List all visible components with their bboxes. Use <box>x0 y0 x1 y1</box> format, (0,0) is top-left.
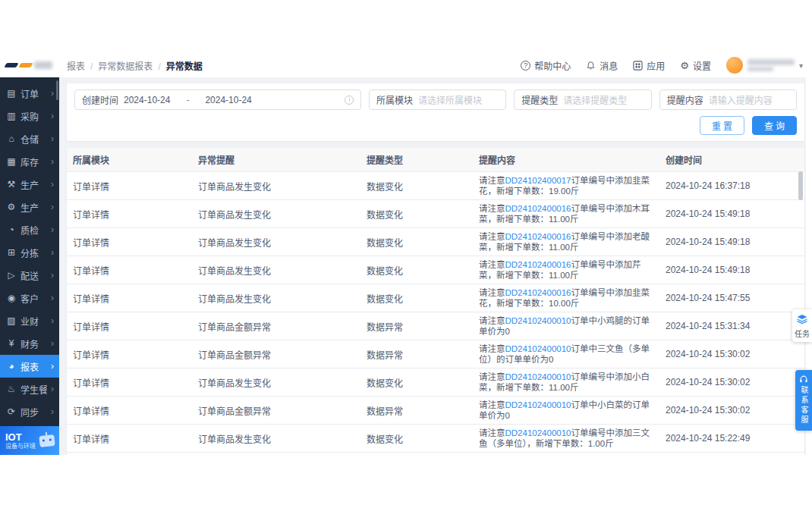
date-range-input[interactable]: 创建时间 2024-10-24 - 2024-10-24 <box>74 89 361 110</box>
cell-created-time: 2024-10-24 15:30:02 <box>659 340 804 368</box>
sidebar-item-icon: ▥ <box>6 111 17 121</box>
app-logo[interactable] <box>0 53 59 77</box>
cell-created-time: 2024-10-24 15:30:02 <box>659 368 804 396</box>
sidebar-item-label: 配送 <box>20 269 47 282</box>
chevron-right-icon <box>51 316 54 325</box>
column-header[interactable]: 创建时间 <box>659 148 804 171</box>
task-widget[interactable]: 任务 <box>792 309 812 342</box>
sidebar-item-label: 报表 <box>20 360 47 373</box>
sidebar-item[interactable]: ▨ 业财 <box>0 309 59 332</box>
sidebar-item[interactable]: ⌂ 仓储 <box>0 127 59 150</box>
sidebar-item-label: 业财 <box>20 315 47 328</box>
scrollbar-thumb[interactable] <box>798 171 803 200</box>
clock-icon[interactable] <box>345 96 354 105</box>
table-row[interactable]: 订单详情 订单商品发生变化 数据变化 请注意DD24102400017订单编号中… <box>67 172 804 200</box>
iot-banner[interactable]: IOT 设备与环境 <box>0 426 59 455</box>
customer-service-button[interactable]: 联系客服 <box>795 370 812 431</box>
order-number-link[interactable]: DD24102400016 <box>505 204 571 213</box>
date-end-value: 2024-10-24 <box>205 95 251 105</box>
cell-alert: 订单商品发生变化 <box>192 172 360 199</box>
table-row[interactable]: 订单详情 订单商品发生变化 数据变化 请注意DD24102400016订单编号中… <box>67 284 804 312</box>
order-number-link[interactable]: DD24102400017 <box>505 176 571 185</box>
reset-button[interactable]: 重置 <box>700 116 744 135</box>
sidebar-item[interactable]: ▦ 库存 <box>0 150 59 173</box>
breadcrumb-item[interactable]: 异常数据报表 <box>98 59 165 72</box>
app-body: ▤ 订单 ▥ 采购 ⌂ 仓储 <box>0 77 812 455</box>
order-number-link[interactable]: DD24102400010 <box>505 316 571 325</box>
column-header[interactable]: 所属模块 <box>67 148 192 171</box>
sidebar-item[interactable]: ▤ 订单 <box>0 82 59 105</box>
sidebar-item-label: 分拣 <box>20 246 47 259</box>
sidebar-item[interactable]: ▥ 采购 <box>0 105 59 127</box>
exception-table: 所属模块 异常提醒 提醒类型 提醒内容 创建时间 <box>67 148 804 455</box>
sidebar-item-icon: ⌂ <box>6 133 17 144</box>
user-menu[interactable] <box>726 57 803 74</box>
cell-type: 数据变化 <box>360 228 473 256</box>
chevron-right-icon <box>51 180 54 189</box>
table-row[interactable]: 订单详情 订单商品金额异常 数据异常 请注意DD24102400010订单中小鸡… <box>67 312 804 340</box>
sidebar-item[interactable]: ◔ 质检 <box>0 218 59 241</box>
sidebar-item[interactable]: ¥ 财务 <box>0 332 59 355</box>
breadcrumb-item[interactable]: 报表 <box>67 59 98 72</box>
cell-alert: 订单商品金额异常 <box>192 397 360 424</box>
order-number-link[interactable]: DD24102400016 <box>505 288 571 297</box>
order-number-link[interactable]: DD24102400010 <box>505 400 571 409</box>
query-button[interactable]: 查询 <box>752 116 797 135</box>
filter-panel: 创建时间 2024-10-24 - 2024-10-24 所属模块 请选择所属模… <box>67 83 804 141</box>
sidebar-item[interactable]: ⚒ 生产 <box>0 173 59 196</box>
chevron-right-icon <box>51 202 54 212</box>
sidebar-item[interactable]: ◕ 报表 <box>0 355 59 378</box>
breadcrumb-item[interactable]: 异常数据 <box>166 59 203 72</box>
cell-alert: 订单商品发生变化 <box>192 228 360 256</box>
sidebar-item[interactable]: ⊞ 分拣 <box>0 241 59 264</box>
order-number-link[interactable]: DD24102400010 <box>505 428 571 437</box>
column-header[interactable]: 提醒内容 <box>473 148 659 171</box>
apps-button[interactable]: 应用 <box>633 59 665 72</box>
table-row[interactable]: 订单详情 订单商品发生变化 数据变化 请注意DD24102400016订单编号中… <box>67 200 804 228</box>
help-center-button[interactable]: 帮助中心 <box>521 59 571 72</box>
sidebar-item-label: 仓储 <box>20 133 47 146</box>
table-body: 订单详情 订单商品发生变化 数据变化 请注意DD24102400017订单编号中… <box>67 172 804 453</box>
alert-text-prefix: 请注意 <box>479 260 505 269</box>
module-select[interactable]: 所属模块 请选择所属模块 <box>369 89 506 110</box>
sidebar-item[interactable]: ⟳ 同步 <box>0 400 59 423</box>
sidebar-item[interactable]: ▷ 配送 <box>0 264 59 287</box>
settings-button[interactable]: 设置 <box>680 59 711 72</box>
cell-type: 数据变化 <box>360 200 473 227</box>
table-row[interactable]: 订单详情 订单商品发生变化 数据变化 请注意DD24102400010订单编号中… <box>67 425 804 453</box>
order-number-link[interactable]: DD24102400016 <box>505 232 571 241</box>
order-number-link[interactable]: DD24102400010 <box>505 372 571 381</box>
column-header[interactable]: 提醒类型 <box>360 148 473 171</box>
column-header[interactable]: 异常提醒 <box>192 148 360 171</box>
sidebar-menu: ▤ 订单 ▥ 采购 ⌂ 仓储 <box>0 77 59 426</box>
sidebar-item[interactable]: ⚙ 生产 <box>0 196 59 218</box>
filter-row: 创建时间 2024-10-24 - 2024-10-24 所属模块 请选择所属模… <box>74 89 797 110</box>
user-name-blurred <box>747 59 795 71</box>
order-number-link[interactable]: DD24102400010 <box>505 344 571 353</box>
cell-content: 请注意DD24102400016订单编号中添加木耳菜，新增下单数：11.00斤 <box>473 200 659 227</box>
cell-created-time: 2024-10-24 15:47:55 <box>659 284 804 312</box>
sidebar-item[interactable]: ◉ 客户 <box>0 287 59 309</box>
messages-button[interactable]: 消息 <box>586 59 618 72</box>
top-bar: 报表 异常数据报表 异常数据 帮助中心 消息 应用 <box>0 53 812 77</box>
chevron-right-icon <box>51 89 54 98</box>
app-grid-icon <box>633 61 643 71</box>
alert-content-input[interactable]: 提醒内容 请输入提醒内容 <box>659 89 797 110</box>
table-row[interactable]: 订单详情 订单商品发生变化 数据变化 请注意DD24102400016订单编号中… <box>67 256 804 284</box>
sidebar-item-icon: ♨ <box>6 384 17 394</box>
table-row[interactable]: 订单详情 订单商品发生变化 数据变化 请注意DD24102400010订单编号中… <box>67 368 804 397</box>
sidebar-item[interactable]: ♨ 学生餐 <box>0 378 59 400</box>
order-number-link[interactable]: DD24102400016 <box>505 260 571 269</box>
table-row[interactable]: 订单详情 订单商品金额异常 数据异常 请注意DD24102400010订单中小白… <box>67 397 804 425</box>
sidebar-scrollbar[interactable] <box>56 80 58 100</box>
alert-text-prefix: 请注意 <box>479 400 505 409</box>
app-window: 报表 异常数据报表 异常数据 帮助中心 消息 应用 <box>0 53 812 455</box>
chevron-right-icon <box>51 134 54 143</box>
table-row[interactable]: 订单详情 订单商品发生变化 数据变化 请注意DD24102400016订单编号中… <box>67 228 804 256</box>
cell-content: 请注意DD24102400016订单编号中添加韭菜花，新增下单数：10.00斤 <box>473 284 659 312</box>
cell-content: 请注意DD24102400016订单编号中添加芹菜，新增下单数：11.00斤 <box>473 256 659 284</box>
table-row[interactable]: 订单详情 订单商品金额异常 数据异常 请注意DD24102400010订单中三文… <box>67 340 804 368</box>
cell-created-time: 2024-10-24 15:49:18 <box>659 228 804 256</box>
alert-type-select[interactable]: 提醒类型 请选择提醒类型 <box>514 89 651 110</box>
cell-content: 请注意DD24102400010订单中小鸡腿的订单单价为0 <box>473 312 659 340</box>
